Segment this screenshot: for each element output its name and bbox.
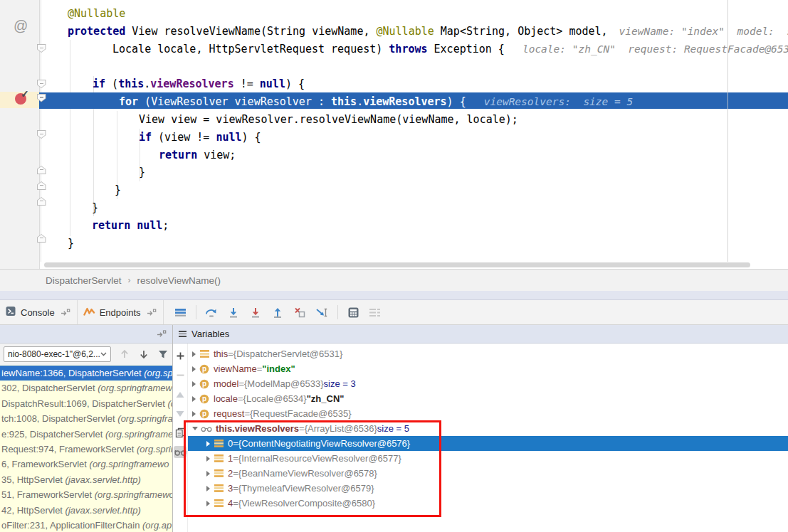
code-token: ) { bbox=[447, 95, 473, 108]
fold-marker-icon[interactable] bbox=[37, 181, 46, 190]
annotation-gutter-icon: @ bbox=[14, 18, 28, 34]
watch-icon bbox=[201, 425, 212, 432]
frame-row[interactable]: iewName:1366, DispatcherServlet (org.sp bbox=[0, 366, 172, 381]
svg-text:p: p bbox=[202, 380, 206, 388]
variable-row[interactable]: pviewName = "index" bbox=[188, 361, 788, 376]
frame-row[interactable]: 42, HttpServlet (javax.servlet.http) bbox=[0, 503, 172, 518]
chevron-right-icon[interactable] bbox=[192, 411, 196, 417]
duplicate-watch-icon[interactable] bbox=[174, 427, 187, 439]
frame-row[interactable]: e:925, DispatcherServlet (org.springfram… bbox=[0, 427, 172, 442]
run-to-cursor-icon[interactable] bbox=[312, 304, 332, 321]
code-line[interactable]: } bbox=[44, 235, 788, 252]
code-line[interactable]: Locale locale, HttpServletRequest reques… bbox=[44, 41, 788, 58]
frame-row[interactable]: Request:974, FrameworkServlet (org.sprin bbox=[0, 442, 172, 457]
code-line[interactable]: protected View resolveViewName(String vi… bbox=[44, 23, 788, 41]
filter-frames-icon[interactable] bbox=[157, 348, 169, 361]
code-token: if bbox=[93, 78, 105, 90]
frame-row[interactable]: 6, FrameworkServlet (org.springframewo bbox=[0, 457, 172, 472]
variable-name: locale bbox=[214, 393, 238, 404]
variable-row[interactable]: 3 = {ThymeleafViewResolver@6579} bbox=[188, 481, 788, 496]
code-token: Map<String, Object> model, bbox=[434, 25, 608, 38]
step-out-icon[interactable] bbox=[268, 304, 288, 321]
variable-row[interactable]: this.viewResolvers = {ArrayList@6536} si… bbox=[188, 421, 788, 436]
endpoints-tab[interactable]: Endpoints bbox=[78, 300, 164, 324]
fold-marker-icon[interactable] bbox=[37, 197, 46, 206]
chevron-right-icon[interactable] bbox=[192, 366, 196, 372]
evaluate-expression-icon[interactable] bbox=[344, 304, 363, 321]
chevron-right-icon[interactable] bbox=[206, 441, 210, 447]
move-frame-down-icon[interactable] bbox=[138, 348, 149, 361]
trace-stream-icon bbox=[366, 304, 385, 321]
chevron-right-icon[interactable] bbox=[206, 501, 210, 506]
fold-marker-icon[interactable] bbox=[37, 130, 46, 139]
console-tab[interactable]: Console bbox=[0, 300, 78, 324]
code-token: } bbox=[92, 201, 98, 214]
code-line[interactable]: @Nullable bbox=[44, 5, 788, 23]
frame-row[interactable]: 302, DispatcherServlet (org.springframew bbox=[0, 381, 172, 395]
frame-row[interactable]: DispatchResult:1069, DispatcherServlet (… bbox=[0, 396, 172, 411]
drop-frame-icon[interactable] bbox=[290, 304, 310, 321]
code-line[interactable]: if (this.viewResolvers != null) { bbox=[44, 75, 788, 93]
chevron-right-icon[interactable] bbox=[192, 351, 196, 357]
variables-menu-icon[interactable] bbox=[179, 331, 187, 337]
code-token: (ViewResolver viewResolver : bbox=[138, 95, 331, 108]
editor-gutter[interactable] bbox=[0, 0, 39, 269]
variable-name: this bbox=[214, 349, 228, 359]
variable-row[interactable]: 1 = {InternalResourceViewResolver@6577} bbox=[188, 451, 788, 466]
fold-marker-icon[interactable] bbox=[37, 166, 46, 174]
move-frame-up-icon[interactable] bbox=[119, 348, 130, 361]
chevron-right-icon[interactable] bbox=[206, 471, 210, 477]
code-token: (view != bbox=[152, 131, 216, 144]
code-line[interactable]: } bbox=[44, 164, 788, 181]
chevron-right-icon[interactable] bbox=[192, 396, 196, 402]
execution-line[interactable]: for (ViewResolver viewResolver : this.vi… bbox=[44, 93, 788, 111]
move-tab-icon[interactable] bbox=[147, 309, 157, 316]
code-line[interactable]: } bbox=[44, 181, 788, 199]
breadcrumb-method[interactable]: resolveViewName() bbox=[137, 275, 221, 286]
add-watch-icon[interactable] bbox=[174, 350, 187, 362]
variable-row[interactable]: this = {DispatcherServlet@6531} bbox=[188, 346, 788, 361]
variable-row[interactable]: pmodel = {ModelMap@6533} size = 3 bbox=[188, 376, 788, 391]
variable-row[interactable]: 0 = {ContentNegotiatingViewResolver@6576… bbox=[188, 436, 788, 451]
variable-row[interactable]: prequest = {RequestFacade@6535} bbox=[188, 406, 788, 421]
variable-value: = bbox=[257, 363, 263, 374]
code-line[interactable]: } bbox=[44, 199, 788, 217]
editor-horizontal-scrollbar[interactable] bbox=[44, 262, 750, 267]
code-line[interactable] bbox=[44, 58, 788, 75]
variables-panel-title: Variables bbox=[191, 329, 229, 339]
ide-debug-window: @ @Nullableprotected View resolveViewNam… bbox=[0, 0, 788, 532]
code-line[interactable]: return null; bbox=[44, 217, 788, 235]
pin-panel-icon[interactable] bbox=[157, 330, 167, 338]
breakpoint-verified-check-icon: ✓ bbox=[21, 88, 29, 100]
variable-row[interactable]: plocale = {Locale@6534} "zh_CN" bbox=[188, 391, 788, 406]
variable-value: "zh_CN" bbox=[307, 393, 345, 404]
chevron-right-icon[interactable] bbox=[206, 486, 210, 491]
fold-marker-icon[interactable] bbox=[37, 234, 46, 243]
chevron-right-icon[interactable] bbox=[206, 456, 210, 462]
frame-row[interactable]: 51, FrameworkServlet (org.springframewo bbox=[0, 487, 172, 502]
code-token: ; bbox=[162, 219, 169, 232]
move-tab-icon[interactable] bbox=[61, 309, 70, 316]
fold-marker-icon[interactable] bbox=[37, 80, 46, 88]
code-line[interactable]: return view; bbox=[44, 147, 788, 164]
force-step-into-icon[interactable] bbox=[246, 304, 266, 321]
layout-menu-icon[interactable] bbox=[171, 304, 190, 321]
show-watches-icon[interactable] bbox=[174, 446, 187, 458]
fold-marker-icon[interactable] bbox=[37, 44, 46, 53]
thread-selector-dropdown[interactable]: nio-8080-exec-1"@6,2... bbox=[4, 346, 111, 362]
variable-row[interactable]: 4 = {ViewResolverComposite@6580} bbox=[188, 496, 788, 511]
fold-marker-icon[interactable] bbox=[37, 94, 46, 102]
step-into-icon[interactable] bbox=[224, 304, 243, 321]
code-line[interactable]: if (view != null) { bbox=[44, 129, 788, 147]
chevron-right-icon[interactable] bbox=[192, 381, 196, 387]
frame-row[interactable]: tch:1008, DispatcherServlet (org.springf… bbox=[0, 411, 172, 426]
chevron-down-icon[interactable] bbox=[192, 427, 198, 430]
frame-row[interactable]: oFilter:231, ApplicationFilterChain (org… bbox=[0, 518, 172, 532]
code-line[interactable]: View view = viewResolver.resolveViewName… bbox=[44, 111, 788, 129]
frame-row[interactable]: 35, HttpServlet (javax.servlet.http) bbox=[0, 472, 172, 487]
breadcrumb-class[interactable]: DispatcherServlet bbox=[46, 275, 122, 286]
code-token: for bbox=[119, 95, 138, 108]
code-editor[interactable]: @ @Nullableprotected View resolveViewNam… bbox=[0, 0, 788, 269]
variable-row[interactable]: 2 = {BeanNameViewResolver@6578} bbox=[188, 466, 788, 481]
step-over-icon[interactable] bbox=[202, 304, 221, 321]
